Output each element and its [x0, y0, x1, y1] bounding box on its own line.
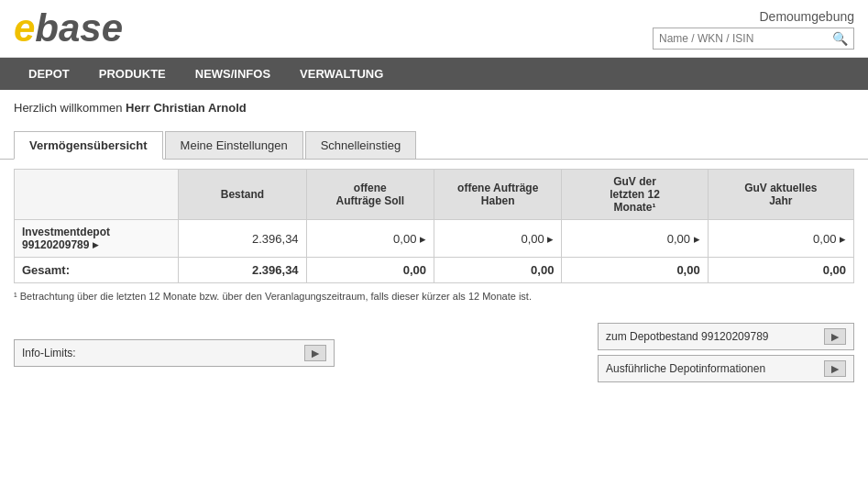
- tab-bar: Vermögensübersicht Meine Einstellungen S…: [0, 122, 868, 160]
- total-label: Gesamt:: [15, 258, 179, 283]
- depot-bestand-label: zum Depotbestand 99120209789: [606, 330, 768, 343]
- welcome-name: Herr Christian Arnold: [126, 101, 247, 115]
- total-offene-soll: 0,00: [306, 258, 434, 283]
- ausfuehrlich-button[interactable]: Ausführliche Depotinformationen ►: [598, 355, 854, 382]
- nav-item-depot[interactable]: DEPOT: [14, 58, 84, 90]
- col-header-guv-year: GuV aktuellesJahr: [708, 170, 853, 220]
- total-guv-year: 0,00: [708, 258, 853, 283]
- nav-item-produkte[interactable]: PRODUKTE: [84, 58, 181, 90]
- search-box[interactable]: 🔍: [653, 28, 854, 50]
- total-offene-haben: 0,00: [434, 258, 562, 283]
- footnote: ¹ Betrachtung über die letzten 12 Monate…: [0, 283, 868, 309]
- depot-label-line1: Investmentdepot: [22, 226, 110, 238]
- nav-bar: DEPOT PRODUKTE NEWS/INFOS VERWALTUNG: [0, 58, 868, 90]
- logo: e base: [14, 9, 123, 48]
- header-right: Demoumgebung 🔍: [653, 9, 854, 50]
- header: e base Demoumgebung 🔍: [0, 0, 868, 58]
- bottom-right: zum Depotbestand 99120209789 ► Ausführli…: [598, 323, 854, 382]
- col-header-offene-haben: offene AufträgeHaben: [434, 170, 562, 220]
- table-row-investmentdepot: Investmentdepot 99120209789 ▸ 2.396,34 0…: [15, 220, 854, 258]
- logo-base: base: [35, 9, 123, 48]
- ausfuehrlich-label: Ausführliche Depotinformationen: [606, 362, 765, 375]
- depot-guv-year: 0,00 ▸: [708, 220, 853, 258]
- total-guv-12: 0,00: [562, 258, 708, 283]
- depot-label-line2[interactable]: 99120209789 ▸: [22, 238, 98, 251]
- table-container: Bestand offeneAufträge Soll offene Auftr…: [0, 169, 868, 283]
- col-header-bestand: Bestand: [179, 170, 306, 220]
- depot-offene-soll: 0,00 ▸: [306, 220, 434, 258]
- ausfuehrlich-arrow-icon: ►: [824, 360, 846, 377]
- tab-schnelleinstieg[interactable]: Schnelleinstieg: [305, 131, 416, 159]
- depot-bestand-button[interactable]: zum Depotbestand 99120209789 ►: [598, 323, 854, 350]
- col-header-offene-soll: offeneAufträge Soll: [306, 170, 434, 220]
- info-limits-button[interactable]: Info-Limits: ►: [14, 339, 335, 367]
- nav-item-newsinfos[interactable]: NEWS/INFOS: [181, 58, 285, 90]
- welcome-message: Herzlich willkommen Herr Christian Arnol…: [0, 90, 868, 122]
- bottom-left: Info-Limits: ►: [14, 339, 335, 367]
- info-limits-arrow-icon: ►: [304, 345, 326, 361]
- table-row-total: Gesamt: 2.396,34 0,00 0,00 0,00 0,00: [15, 258, 854, 283]
- nav-item-verwaltung[interactable]: VERWALTUNG: [285, 58, 398, 90]
- logo-e: e: [14, 9, 35, 48]
- search-icon[interactable]: 🔍: [832, 31, 848, 46]
- tab-meine-einstellungen[interactable]: Meine Einstellungen: [165, 131, 303, 159]
- depot-bestand: 2.396,34: [179, 220, 306, 258]
- depot-label: Investmentdepot 99120209789 ▸: [15, 220, 179, 258]
- welcome-text: Herzlich willkommen: [14, 101, 122, 115]
- tab-vermoegensübersicht[interactable]: Vermögensübersicht: [14, 131, 163, 160]
- depot-table: Bestand offeneAufträge Soll offene Auftr…: [14, 169, 854, 283]
- depot-bestand-arrow-icon: ►: [824, 328, 846, 345]
- col-header-empty: [15, 170, 179, 220]
- depot-guv-12: 0,00 ▸: [562, 220, 708, 258]
- total-bestand: 2.396,34: [179, 258, 306, 283]
- col-header-guv-12: GuV derletzten 12Monate¹: [562, 170, 708, 220]
- bottom-bar: Info-Limits: ► zum Depotbestand 99120209…: [0, 314, 868, 392]
- search-input[interactable]: [659, 32, 832, 45]
- info-limits-label: Info-Limits:: [22, 347, 76, 359]
- demoumgebung-label: Demoumgebung: [653, 9, 854, 24]
- depot-offene-haben: 0,00 ▸: [434, 220, 562, 258]
